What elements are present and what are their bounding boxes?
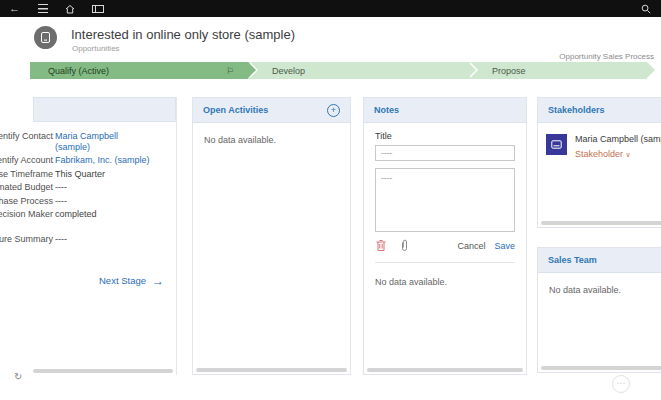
note-title-label: Title bbox=[375, 131, 515, 141]
back-icon[interactable]: ← bbox=[9, 0, 20, 17]
open-activities-header: Open Activities + bbox=[193, 98, 350, 123]
field-identify-account: Identify Account Fabrikam, Inc. (sample) bbox=[0, 155, 176, 166]
field-capture-summary: Capture Summary ---- bbox=[0, 234, 176, 245]
stakeholder-list-item[interactable]: Maria Campbell (sample) Stakeholder ∨ bbox=[538, 123, 661, 170]
opportunity-entity-icon bbox=[34, 26, 57, 49]
field-label: Estimated Budget bbox=[0, 182, 53, 193]
field-value[interactable]: completed bbox=[55, 209, 155, 220]
active-stage-flag-icon: ⚐ bbox=[226, 66, 234, 76]
stakeholder-role-dropdown[interactable]: Stakeholder ∨ bbox=[575, 149, 661, 159]
contact-card-icon bbox=[551, 140, 562, 149]
next-stage-button[interactable]: Next Stage→ bbox=[0, 274, 176, 288]
field-value[interactable]: ---- bbox=[55, 234, 155, 245]
hamburger-menu-icon[interactable] bbox=[38, 4, 48, 13]
stage-fields-panel-header bbox=[33, 97, 176, 122]
horizontal-scrollbar[interactable] bbox=[367, 368, 523, 372]
arrow-right-icon: → bbox=[152, 274, 164, 288]
field-estimated-budget: Estimated Budget ---- bbox=[0, 182, 176, 193]
panel-title: Notes bbox=[374, 105, 399, 115]
chevron-right-icon bbox=[647, 62, 655, 78]
field-label: Purchase Timeframe bbox=[0, 169, 53, 180]
field-value[interactable]: ---- bbox=[55, 196, 155, 207]
stage-qualify-label: Qualify (Active) bbox=[48, 66, 109, 76]
empty-state-text: No data available. bbox=[538, 273, 661, 307]
field-value[interactable]: ---- bbox=[55, 182, 155, 193]
field-label: Purchase Process bbox=[0, 196, 53, 207]
more-commands-button[interactable]: ⋯ bbox=[612, 375, 630, 393]
notes-header: Notes bbox=[364, 98, 526, 123]
home-icon[interactable] bbox=[65, 4, 75, 14]
field-purchase-timeframe: Purchase Timeframe This Quarter bbox=[0, 169, 176, 180]
save-note-button[interactable]: Save bbox=[494, 241, 515, 251]
note-actions: Cancel Save bbox=[375, 239, 515, 252]
cancel-note-button[interactable]: Cancel bbox=[457, 241, 485, 251]
panel-title: Stakeholders bbox=[548, 105, 605, 115]
note-body-input[interactable] bbox=[375, 168, 515, 232]
contact-avatar bbox=[546, 134, 567, 155]
next-stage-label: Next Stage bbox=[99, 275, 146, 286]
chevron-down-icon: ∨ bbox=[626, 151, 631, 158]
note-editor: Title Cancel Save bbox=[364, 123, 526, 263]
add-activity-button[interactable]: + bbox=[327, 104, 340, 117]
delete-note-icon[interactable] bbox=[375, 239, 387, 252]
attachment-icon[interactable] bbox=[401, 239, 408, 252]
ellipsis-icon: ⋯ bbox=[617, 378, 626, 388]
stakeholders-header: Stakeholders bbox=[538, 98, 661, 123]
refresh-icon[interactable]: ↻ bbox=[14, 371, 22, 382]
search-icon[interactable] bbox=[641, 4, 651, 14]
stakeholders-panel: Stakeholders Maria Campbell (sample) Sta… bbox=[537, 97, 661, 228]
empty-state-text: No data available. bbox=[193, 123, 350, 157]
field-identify-decision-maker: Identify Decision Maker completed bbox=[0, 209, 176, 220]
top-nav-bar: ← bbox=[0, 0, 661, 17]
app-screen: ← Interested in online only store (sampl… bbox=[0, 0, 661, 400]
note-title-input[interactable] bbox=[375, 145, 515, 161]
stage-propose[interactable]: Propose bbox=[468, 62, 647, 79]
field-value[interactable]: This Quarter bbox=[55, 169, 155, 180]
stage-fields-list: Identify Contact Maria Campbell (sample)… bbox=[0, 131, 176, 244]
sales-team-panel: Sales Team No data available. bbox=[537, 247, 661, 373]
field-label: Identify Decision Maker bbox=[0, 209, 53, 220]
horizontal-scrollbar[interactable] bbox=[541, 221, 661, 225]
business-process-bar: Qualify (Active) ⚐ Develop Propose bbox=[30, 62, 661, 79]
open-activities-panel: Open Activities + No data available. bbox=[192, 97, 351, 375]
field-label: Identify Account bbox=[0, 155, 53, 166]
stage-develop[interactable]: Develop bbox=[248, 62, 468, 79]
stage-develop-label: Develop bbox=[272, 66, 305, 76]
stage-propose-label: Propose bbox=[492, 66, 526, 76]
stakeholder-name[interactable]: Maria Campbell (sample) bbox=[575, 134, 661, 144]
contact-link[interactable]: Maria Campbell (sample) bbox=[55, 131, 155, 152]
sales-team-header: Sales Team bbox=[538, 248, 661, 273]
empty-state-text: No data available. bbox=[364, 263, 526, 299]
entity-type-label: Opportunities bbox=[72, 44, 120, 53]
recent-pages-icon[interactable] bbox=[92, 5, 104, 13]
process-name-label: Opportunity Sales Process bbox=[559, 52, 654, 61]
field-label: Capture Summary bbox=[0, 234, 53, 245]
horizontal-scrollbar[interactable] bbox=[541, 366, 661, 370]
horizontal-scrollbar[interactable] bbox=[196, 368, 347, 372]
stage-fields-panel: Identify Contact Maria Campbell (sample)… bbox=[0, 97, 177, 375]
panel-title: Sales Team bbox=[548, 255, 597, 265]
field-purchase-process: Purchase Process ---- bbox=[0, 196, 176, 207]
chevron-right-icon bbox=[468, 62, 476, 78]
page-title: Interested in online only store (sample) bbox=[71, 27, 295, 42]
panel-title: Open Activities bbox=[203, 105, 268, 115]
chevron-right-icon bbox=[248, 62, 256, 78]
notes-panel: Notes Title Cancel Save No data availabl… bbox=[363, 97, 527, 375]
stage-qualify[interactable]: Qualify (Active) ⚐ bbox=[30, 62, 248, 79]
field-identify-contact: Identify Contact Maria Campbell (sample) bbox=[0, 131, 176, 152]
account-link[interactable]: Fabrikam, Inc. (sample) bbox=[55, 155, 155, 166]
horizontal-scrollbar[interactable] bbox=[33, 369, 173, 373]
field-label: Identify Contact bbox=[0, 131, 53, 142]
